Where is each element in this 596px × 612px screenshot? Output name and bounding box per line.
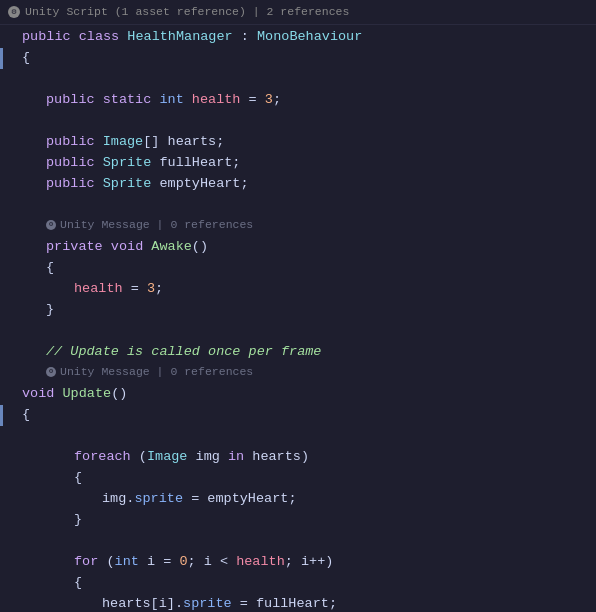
unity-message-label2: Unity Message | 0 references [60, 363, 253, 381]
line-brace-close-awake: } [0, 300, 596, 321]
top-bar-text: Unity Script (1 asset reference) | 2 ref… [25, 3, 349, 21]
unity-icon: ⚙ [8, 6, 20, 18]
code-line: { [18, 258, 588, 279]
line-update: void Update() [0, 384, 596, 405]
code-line [18, 426, 588, 447]
line-brace-update: { [0, 405, 596, 426]
line-health: public static int health = 3; [0, 90, 596, 111]
unity-small-icon: ⚙ [46, 220, 56, 230]
line-blank [0, 69, 596, 90]
line-for: for (int i = 0; i < health; i++) [0, 552, 596, 573]
unity-message-update: ⚙ Unity Message | 0 references [18, 363, 253, 381]
code-line: public static int health = 3; [18, 90, 588, 111]
unity-message-awake: ⚙ Unity Message | 0 references [18, 216, 253, 234]
bracket-marker2 [0, 405, 3, 426]
code-line: hearts[i].sprite = fullHeart; [18, 594, 588, 612]
code-line [18, 195, 588, 216]
code-line: for (int i = 0; i < health; i++) [18, 552, 588, 573]
code-line [18, 531, 588, 552]
top-bar: ⚙ Unity Script (1 asset reference) | 2 r… [0, 0, 596, 25]
code-line [18, 111, 588, 132]
code-area: public class HealthManager : MonoBehavio… [0, 25, 596, 612]
line-unity-msg-awake: ⚙ Unity Message | 0 references [0, 216, 596, 237]
line-brace-for: { [0, 573, 596, 594]
code-line: public Sprite fullHeart; [18, 153, 588, 174]
line-brace-close-foreach: } [0, 510, 596, 531]
line-blank5 [0, 426, 596, 447]
line-awake: private void Awake() [0, 237, 596, 258]
code-line: img.sprite = emptyHeart; [18, 489, 588, 510]
line-blank4 [0, 321, 596, 342]
code-line: health = 3; [18, 279, 588, 300]
code-line: void Update() [18, 384, 588, 405]
code-line [18, 69, 588, 90]
code-line [18, 321, 588, 342]
unity-small-icon2: ⚙ [46, 367, 56, 377]
line-blank2 [0, 111, 596, 132]
line-hearts-sprite: hearts[i].sprite = fullHeart; [0, 594, 596, 612]
code-line: { [18, 573, 588, 594]
line-fullheart: public Sprite fullHeart; [0, 153, 596, 174]
line-health-assign: health = 3; [0, 279, 596, 300]
line-blank3 [0, 195, 596, 216]
line-1: public class HealthManager : MonoBehavio… [0, 27, 596, 48]
line-2: { [0, 48, 596, 69]
code-editor: ⚙ Unity Script (1 asset reference) | 2 r… [0, 0, 596, 612]
code-line: public Sprite emptyHeart; [18, 174, 588, 195]
code-line: } [18, 510, 588, 531]
code-line: public class HealthManager : MonoBehavio… [18, 27, 588, 48]
line-brace-awake: { [0, 258, 596, 279]
line-foreach: foreach (Image img in hearts) [0, 447, 596, 468]
code-line: { [18, 468, 588, 489]
line-brace-foreach: { [0, 468, 596, 489]
line-emptyheart: public Sprite emptyHeart; [0, 174, 596, 195]
code-line: foreach (Image img in hearts) [18, 447, 588, 468]
code-line: } [18, 300, 588, 321]
bracket-marker [0, 48, 3, 69]
code-line: public Image[] hearts; [18, 132, 588, 153]
line-img-sprite: img.sprite = emptyHeart; [0, 489, 596, 510]
line-unity-msg-update: ⚙ Unity Message | 0 references [0, 363, 596, 384]
unity-message-label: Unity Message | 0 references [60, 216, 253, 234]
line-hearts: public Image[] hearts; [0, 132, 596, 153]
line-comment: // Update is called once per frame [0, 342, 596, 363]
code-line: // Update is called once per frame [18, 342, 588, 363]
line-blank6 [0, 531, 596, 552]
code-line: { [18, 48, 588, 69]
code-line: private void Awake() [18, 237, 588, 258]
code-line: { [18, 405, 588, 426]
